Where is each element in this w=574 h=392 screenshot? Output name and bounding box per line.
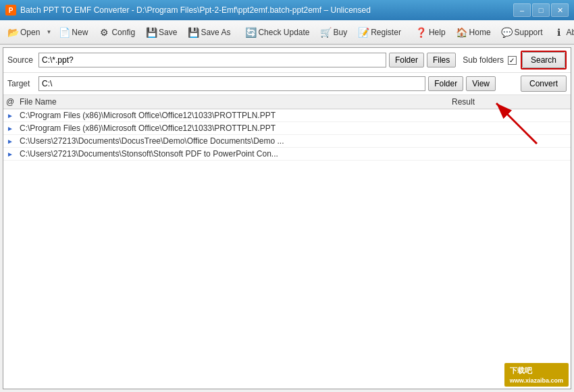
save-button[interactable]: 💾 Save [141, 23, 182, 42]
svg-line-1 [496, 103, 537, 144]
watermark-url: www.xiazaiba.com [510, 377, 563, 384]
new-icon: 📄 [59, 27, 70, 38]
col-name-header: File Name [17, 97, 449, 107]
config-button[interactable]: ⚙ Config [94, 23, 140, 42]
main-content: Source Folder Files Sub folders ✓ Search… [3, 47, 571, 389]
close-button[interactable]: ✕ [551, 3, 569, 17]
title-bar: P Batch PPT TO EMF Converter - D:\Progra… [0, 0, 574, 20]
convert-button[interactable]: Convert [521, 76, 567, 92]
subfolders-checkbox[interactable]: ✓ [508, 56, 517, 65]
window-controls: – □ ✕ [513, 3, 569, 17]
arrow-svg [483, 96, 550, 150]
config-icon: ⚙ [99, 27, 109, 38]
help-button[interactable]: ❓ Help [411, 23, 450, 42]
row-filename-2: C:\Users\27213\Documents\DocusTree\Demo\… [17, 136, 449, 146]
row-filename-1: C:\Program Files (x86)\Microsoft Office\… [17, 123, 449, 133]
register-button[interactable]: 📝 Register [353, 23, 406, 42]
about-button[interactable]: ℹ About [549, 23, 574, 42]
support-button[interactable]: 💬 Support [497, 23, 548, 42]
new-button[interactable]: 📄 New [54, 23, 93, 42]
minimize-button[interactable]: – [513, 3, 531, 17]
row-arrow-2: ► [3, 138, 17, 145]
col-at-header: @ [3, 97, 17, 107]
title-bar-left: P Batch PPT TO EMF Converter - D:\Progra… [5, 5, 371, 16]
row-filename-3: C:\Users\27213\Documents\Stonsoft\Stonso… [17, 149, 449, 159]
target-row: Target Folder View Convert [3, 73, 571, 95]
open-dropdown-arrow[interactable]: ▼ [45, 23, 53, 42]
source-row: Source Folder Files Sub folders ✓ Search [3, 48, 571, 73]
save-icon: 💾 [146, 27, 157, 38]
target-folder-button[interactable]: Folder [428, 76, 463, 91]
target-view-button[interactable]: View [466, 76, 496, 91]
buy-button[interactable]: 🛒 Buy [316, 23, 353, 42]
row-arrow-3: ► [3, 150, 17, 158]
source-files-button[interactable]: Files [427, 53, 456, 67]
saveas-button[interactable]: 💾 Save As [183, 23, 235, 42]
watermark: 下载吧 www.xiazaiba.com [504, 363, 569, 387]
open-button[interactable]: 📂 Open [3, 23, 45, 42]
checkupdate-button[interactable]: 🔄 Check Update [240, 23, 314, 42]
app-icon: P [5, 5, 16, 16]
search-button[interactable]: Search [522, 52, 565, 68]
target-label: Target [7, 79, 36, 88]
subfolders-label: Sub folders [463, 55, 504, 65]
source-input[interactable] [38, 53, 386, 67]
row-arrow-0: ► [3, 112, 17, 119]
source-label: Source [7, 55, 36, 65]
open-icon: 📂 [7, 27, 18, 38]
watermark-site: 下载吧 [510, 366, 532, 374]
row-filename-0: C:\Program Files (x86)\Microsoft Office\… [17, 111, 449, 120]
about-icon: ℹ [554, 27, 565, 38]
home-button[interactable]: 🏠 Home [452, 23, 496, 42]
maximize-button[interactable]: □ [532, 3, 550, 17]
checkupdate-icon: 🔄 [245, 27, 256, 38]
saveas-icon: 💾 [188, 27, 199, 38]
open-dropdown[interactable]: 📂 Open ▼ [3, 23, 53, 42]
red-arrow-annotation [483, 96, 550, 152]
support-icon: 💬 [502, 27, 513, 38]
buy-icon: 🛒 [321, 27, 332, 38]
target-input[interactable] [38, 76, 425, 91]
register-icon: 📝 [358, 27, 369, 38]
help-icon: ❓ [416, 27, 427, 38]
toolbar: 📂 Open ▼ 📄 New ⚙ Config 💾 Save 💾 Save As… [0, 20, 574, 45]
row-arrow-1: ► [3, 125, 17, 132]
title-text: Batch PPT TO EMF Converter - D:\Program … [20, 5, 371, 15]
home-icon: 🏠 [456, 27, 467, 38]
search-button-highlight: Search [521, 51, 567, 69]
source-folder-button[interactable]: Folder [389, 53, 424, 67]
